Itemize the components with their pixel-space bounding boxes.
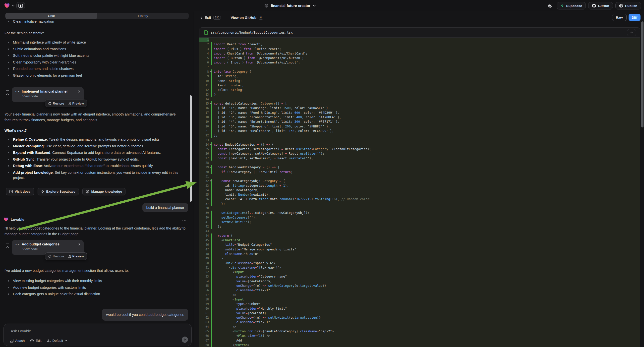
preview-icon xyxy=(68,102,71,105)
preview-icon xyxy=(68,255,71,258)
visit-docs-button[interactable]: Visit docs xyxy=(6,188,34,196)
code-line: 61 value={newLimit} xyxy=(200,311,640,316)
chat-scrollbar[interactable] xyxy=(190,95,192,202)
tab-chat[interactable]: Chat xyxy=(6,13,97,19)
code-line: 18 { id: '3', name: 'Transportation', li… xyxy=(200,115,640,120)
code-line: 66 <Plus size={16} /> xyxy=(200,334,640,338)
fold-caret-icon[interactable] xyxy=(210,180,212,182)
code-line: 57 /> xyxy=(200,293,640,297)
exit-button[interactable]: Exit ESC xyxy=(200,16,221,20)
line-number: 68 xyxy=(200,343,209,347)
collapse-file-button[interactable] xyxy=(627,29,636,36)
exit-label: Exit xyxy=(205,16,211,20)
fold-caret-icon[interactable] xyxy=(210,144,212,145)
code-line: 42 }; xyxy=(200,224,640,229)
manage-knowledge-button[interactable]: Manage knowledge xyxy=(82,188,126,196)
bookmark-icon[interactable] xyxy=(6,243,10,248)
code-line: 65 <Button onClick={handleAddCategory} c… xyxy=(200,329,640,334)
supabase-icon xyxy=(560,4,564,8)
manage-knowledge-label: Manage knowledge xyxy=(91,190,122,194)
line-number: 30 xyxy=(200,170,209,174)
code-scrollbar[interactable] xyxy=(641,22,644,128)
code-line: 40 setNewCategory(''); xyxy=(200,215,640,220)
prompt-input-box[interactable]: Ask Lovable... Attach Edit Default xyxy=(4,324,192,346)
view-code-link[interactable]: View code xyxy=(12,93,84,98)
line-number: 50 xyxy=(200,261,209,265)
code-line: 41 setNewLimit(''); xyxy=(200,220,640,224)
preview-button[interactable]: Preview xyxy=(68,102,84,105)
line-number: 62 xyxy=(200,316,209,320)
chevron-down-icon[interactable] xyxy=(12,5,14,7)
file-header[interactable]: src/components/budget/BudgetCategories.t… xyxy=(200,28,640,38)
design-bullet-list: Minimalist interface with plenty of whit… xyxy=(6,40,190,78)
code-line: 17 { id: '2', name: 'Food & Dining', lim… xyxy=(200,110,640,115)
restore-button[interactable]: Restore xyxy=(48,254,64,258)
supabase-button-label: Supabase xyxy=(566,4,582,8)
line-number: 13 xyxy=(200,92,209,97)
code-line: 43 xyxy=(200,229,640,233)
line-number: 22 xyxy=(200,133,209,138)
work-card-title: Add budget categories xyxy=(22,242,76,246)
raw-toggle-button[interactable]: Raw xyxy=(612,14,626,21)
line-number: 63 xyxy=(200,320,209,324)
github-button-label: GitHub xyxy=(598,4,609,8)
line-number: 15 xyxy=(200,101,209,106)
restore-button-label: Restore xyxy=(53,254,64,258)
tab-history[interactable]: History xyxy=(97,13,189,19)
toggle-sidebar-button[interactable] xyxy=(16,2,25,10)
edit-button[interactable]: Edit xyxy=(30,339,41,342)
code-icon: <> xyxy=(16,90,19,93)
line-number: 42 xyxy=(200,224,209,229)
attach-image-icon xyxy=(10,339,14,342)
arrow-up-icon xyxy=(184,338,186,341)
restore-button[interactable]: Restore xyxy=(48,102,64,105)
code-line: 62 onChange={(e) => setNewLimit(e.target… xyxy=(200,316,640,320)
code-line: 30 if (!newCategory || !newLimit) return… xyxy=(200,170,640,174)
mode-select[interactable]: Default xyxy=(47,339,67,342)
line-number: 37 xyxy=(200,202,209,206)
topbar: financial-future-creator Supabase GitHub xyxy=(0,0,644,12)
line-number: 47 xyxy=(200,247,209,252)
lovable-logo-icon[interactable] xyxy=(4,3,10,9)
diff-toggle-button[interactable]: Diff xyxy=(628,14,641,21)
chevron-down-icon[interactable] xyxy=(313,5,316,7)
code-file-card: src/components/budget/BudgetCategories.t… xyxy=(199,28,640,347)
list-item: Rounded corners and subtle shadows xyxy=(6,66,190,72)
preview-button-label: Preview xyxy=(72,254,84,258)
publish-button[interactable]: Publish xyxy=(615,2,641,10)
chevron-left-icon xyxy=(200,16,202,20)
lovable-avatar-icon xyxy=(4,217,8,222)
chevron-down-icon xyxy=(65,340,67,342)
explore-supabase-button[interactable]: Explore Supabase xyxy=(38,188,79,196)
assistant-added-text: I've added a new budget categories manag… xyxy=(4,268,188,274)
settings-button[interactable] xyxy=(546,2,554,10)
preview-button[interactable]: Preview xyxy=(68,254,84,258)
line-number: 14 xyxy=(200,97,209,101)
github-button[interactable]: GitHub xyxy=(588,2,613,10)
code-line: 13} xyxy=(200,92,640,97)
chevron-right-icon xyxy=(78,243,80,246)
line-number: 8 xyxy=(200,70,209,74)
fold-caret-icon[interactable] xyxy=(210,103,212,104)
fold-caret-icon[interactable] xyxy=(210,71,212,72)
message-menu-button[interactable] xyxy=(182,220,187,220)
line-number: 38 xyxy=(200,206,209,210)
fold-caret-icon[interactable] xyxy=(210,167,212,168)
view-on-github-button[interactable]: View on GitHub G xyxy=(231,16,263,20)
line-number: 52 xyxy=(200,270,209,274)
design-heading: For the design aesthetic: xyxy=(4,30,188,36)
supabase-button[interactable]: Supabase xyxy=(556,2,586,10)
line-number: 4 xyxy=(200,51,209,56)
code-line: 54 value={newCategory} xyxy=(200,279,640,284)
code-lines[interactable]: 12import React from 'react';3import { Pl… xyxy=(200,38,640,347)
feature-list-tail: Clean, intuitive navigation xyxy=(6,19,190,24)
preview-button-label: Preview xyxy=(72,102,84,105)
code-line: 25 const [categories, setCategories] = R… xyxy=(200,147,640,151)
visit-docs-label: Visit docs xyxy=(15,190,30,194)
send-button[interactable] xyxy=(182,336,188,343)
view-code-link[interactable]: View code xyxy=(12,246,84,251)
work-card-title: Implement financial planner xyxy=(22,89,76,93)
project-switcher[interactable]: financial-future-creator xyxy=(264,0,316,12)
attach-button[interactable]: Attach xyxy=(10,339,25,342)
bookmark-icon[interactable] xyxy=(6,90,10,95)
